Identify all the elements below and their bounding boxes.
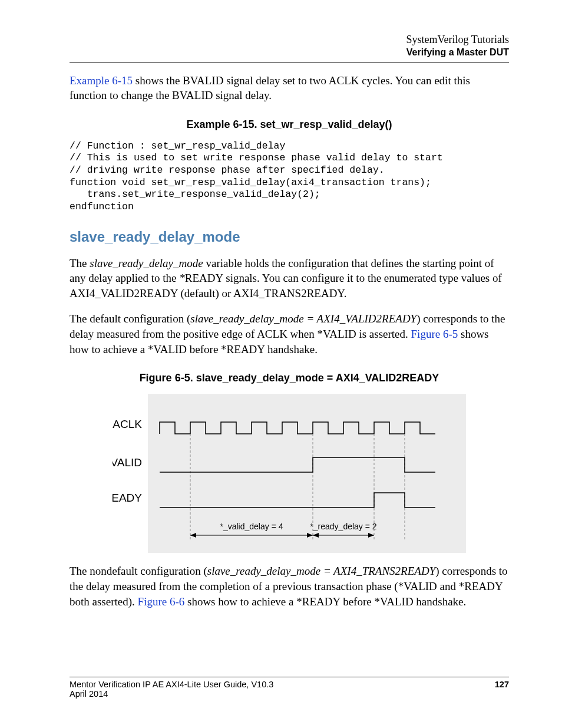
ready-delay-text: *_ready_delay = 2 [310, 522, 376, 531]
example-link[interactable]: Example 6-15 [70, 74, 133, 87]
figure-6-5-link[interactable]: Figure 6-5 [411, 328, 458, 340]
ready-label: *READY [113, 492, 142, 504]
valid-label: *VALID [113, 456, 142, 469]
footer-date: April 2014 [70, 689, 509, 699]
timing-diagram-svg: ACLK *VALID *READY *_valid_delay = 4 [113, 394, 466, 553]
paragraph-4: The nondefault configuration (slave_read… [70, 564, 509, 609]
intro-paragraph: Example 6-15 shows the BVALID signal del… [70, 73, 509, 103]
header-line-1: SystemVerilog Tutorials [70, 33, 509, 47]
page-footer: Mentor Verification IP AE AXI4-Lite User… [70, 677, 509, 699]
figure-6-6-link[interactable]: Figure 6-6 [138, 595, 185, 608]
figure-6-5: ACLK *VALID *READY *_valid_delay = 4 [70, 394, 509, 553]
footer-title: Mentor Verification IP AE AXI4-Lite User… [70, 680, 273, 689]
page: SystemVerilog Tutorials Verifying a Mast… [0, 0, 562, 728]
example-title: Example 6-15. set_wr_resp_valid_delay() [70, 118, 509, 131]
valid-delay-text: *_valid_delay = 4 [220, 522, 283, 531]
paragraph-3: The default configuration (slave_ready_d… [70, 311, 509, 357]
header-line-2: Verifying a Master DUT [70, 47, 509, 58]
page-number: 127 [495, 680, 509, 689]
aclk-label: ACLK [113, 418, 142, 430]
diagram-bg [148, 394, 466, 553]
section-heading: slave_ready_delay_mode [70, 229, 509, 245]
code-block: // Function : set_wr_resp_valid_delay //… [70, 140, 509, 213]
page-header: SystemVerilog Tutorials Verifying a Mast… [70, 33, 509, 58]
figure-title: Figure 6-5. slave_ready_delay_mode = AXI… [70, 372, 509, 384]
footer-rule [70, 677, 509, 677]
header-rule [70, 62, 509, 62]
paragraph-2: The slave_ready_delay_mode variable hold… [70, 256, 509, 301]
